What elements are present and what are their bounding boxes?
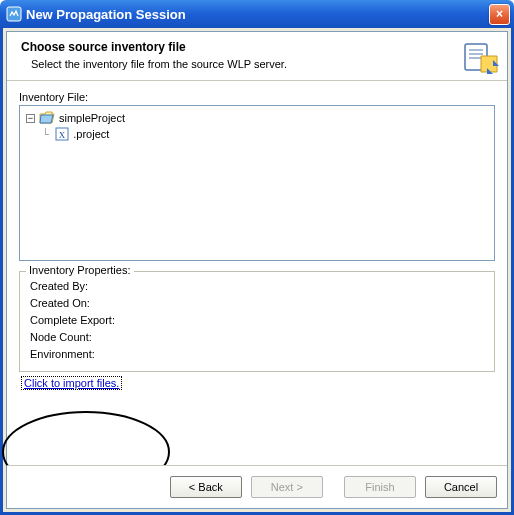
tree-guide: [26, 128, 42, 141]
prop-environment: Environment:: [30, 346, 484, 363]
tree-root-row[interactable]: − simpleProject: [26, 110, 488, 126]
main-content: Inventory File: − simpleProject └ X .pro…: [7, 81, 507, 390]
folder-open-icon: [39, 111, 55, 125]
page-subtitle: Select the inventory file from the sourc…: [21, 58, 497, 70]
titlebar: New Propagation Session ×: [0, 0, 514, 28]
tree-child-row[interactable]: └ X .project: [26, 126, 488, 142]
app-icon: [6, 6, 22, 22]
finish-button: Finish: [344, 476, 416, 498]
window-title: New Propagation Session: [26, 7, 489, 22]
page-title: Choose source inventory file: [21, 40, 497, 54]
dialog-body: Choose source inventory file Select the …: [6, 31, 508, 509]
inventory-properties-group: Inventory Properties: Created By: Create…: [19, 271, 495, 372]
xml-file-icon: X: [55, 127, 69, 141]
header: Choose source inventory file Select the …: [7, 32, 507, 81]
tree-root-label: simpleProject: [59, 112, 125, 124]
prop-node-count: Node Count:: [30, 329, 484, 346]
button-bar: < Back Next > Finish Cancel: [7, 465, 507, 508]
close-icon: ×: [496, 7, 503, 21]
next-button: Next >: [251, 476, 323, 498]
back-button[interactable]: < Back: [170, 476, 242, 498]
tree-guide: └: [42, 128, 55, 141]
collapse-icon[interactable]: −: [26, 114, 35, 123]
svg-text:X: X: [59, 130, 66, 140]
inventory-tree[interactable]: − simpleProject └ X .project: [19, 105, 495, 261]
inventory-file-label: Inventory File:: [19, 91, 495, 103]
prop-complete-export: Complete Export:: [30, 312, 484, 329]
wizard-banner-icon: [463, 38, 501, 76]
tree-child-label: .project: [73, 128, 109, 140]
group-title: Inventory Properties:: [26, 264, 134, 276]
window-frame: Choose source inventory file Select the …: [0, 28, 514, 515]
import-files-link[interactable]: Click to import files.: [21, 376, 122, 390]
cancel-button[interactable]: Cancel: [425, 476, 497, 498]
prop-created-by: Created By:: [30, 278, 484, 295]
close-button[interactable]: ×: [489, 4, 510, 25]
prop-created-on: Created On:: [30, 295, 484, 312]
